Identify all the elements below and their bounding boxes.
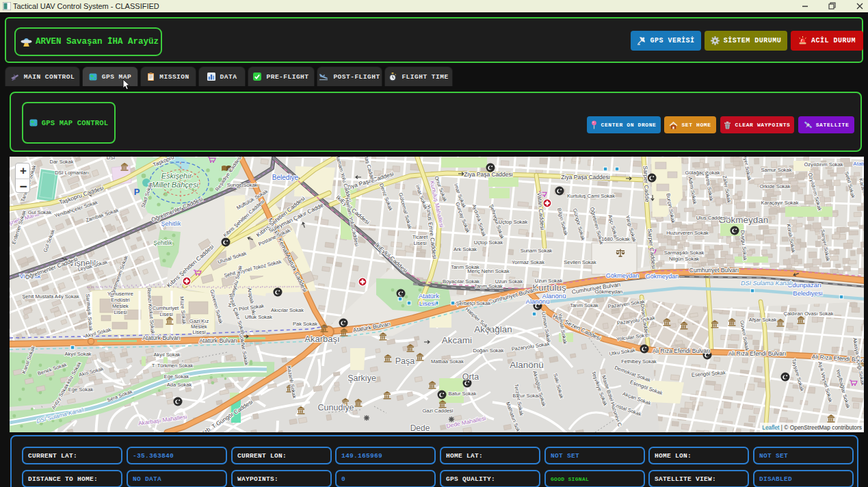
svg-text:Atatürk Bulvarı: Atatürk Bulvarı <box>199 337 237 344</box>
svg-text:Alanönü: Alanönü <box>526 298 550 305</box>
svg-text:Akçağlan: Akçağlan <box>474 324 512 334</box>
svg-text:Gülağaç Sokak: Gülağaç Sokak <box>685 170 720 176</box>
svg-text:Ticaret: Ticaret <box>412 234 429 240</box>
svg-text:Sunge Sokak: Sunge Sokak <box>227 182 258 188</box>
svg-text:Akıcılar Sokak: Akıcılar Sokak <box>271 307 304 313</box>
svg-text:Cumhuriyet: Cumhuriyet <box>153 305 179 311</box>
svg-text:P: P <box>134 187 140 197</box>
svg-text:Dar Sokak: Dar Sokak <box>49 159 73 165</box>
svg-text:Akarbaşı: Akarbaşı <box>304 334 339 344</box>
svg-text:Tarım Sokak: Tarım Sokak <box>451 264 479 270</box>
svg-text:Akyıl Sokak: Akyıl Sokak <box>153 352 180 358</box>
svg-text:Ziya Paşa Caddesi: Ziya Paşa Caddesi <box>464 171 512 178</box>
svg-text:Uzun Sokak: Uzun Sokak <box>535 278 563 284</box>
svg-text:Yunusemre: Yunusemre <box>107 291 133 297</box>
svg-text:Kurtuluş Cami Sokak: Kurtuluş Cami Sokak <box>567 193 615 199</box>
svg-text:Afşar Sokak: Afşar Sokak <box>749 317 777 323</box>
svg-text:Uçtop Sokak: Uçtop Sokak <box>499 219 528 225</box>
svg-text:Gökmeydan: Gökmeydan <box>646 273 679 280</box>
svg-text:Endüstri: Endüstri <box>111 297 130 303</box>
svg-text:Dede: Dede <box>410 423 430 432</box>
svg-text:DSİ Sulama Kanalı: DSİ Sulama Kanalı <box>741 280 793 287</box>
svg-text:Lisesi: Lisesi <box>419 300 436 307</box>
svg-text:Gul Sokak: Gul Sokak <box>28 209 52 215</box>
svg-text:Ufluk Sokak: Ufluk Sokak <box>245 314 272 320</box>
svg-text:Sunam Sokak: Sunam Sokak <box>521 248 553 254</box>
svg-text:Fethibey Sokak: Fethibey Sokak <box>621 358 657 365</box>
svg-text:Meslek: Meslek <box>112 303 129 309</box>
svg-text:Ark Sokak: Ark Sokak <box>453 246 477 252</box>
svg-text:Sarmaşıklı Sokak: Sarmaşıklı Sokak <box>664 250 705 256</box>
svg-text:Cunudiye: Cunudiye <box>318 403 354 412</box>
svg-text:Şarkiye: Şarkiye <box>347 373 376 383</box>
svg-text:Doğan Sokak: Doğan Sokak <box>473 347 503 354</box>
svg-text:Gökmeydan: Gökmeydan <box>606 272 640 279</box>
svg-text:DSİ: DSİ <box>107 157 116 161</box>
svg-text:Belediyesi: Belediyesi <box>793 289 822 297</box>
svg-text:Uçtop Sokak: Uçtop Sokak <box>474 239 503 246</box>
svg-text:Akyıl Sokak: Akyıl Sokak <box>64 351 91 357</box>
svg-text:Ali Rıza Efendi Bulvarı: Ali Rıza Efendi Bulvarı <box>653 347 711 354</box>
svg-text:Şehit Mustafa A4y Sokak: Şehit Mustafa A4y Sokak <box>22 293 79 300</box>
svg-text:Kurtuluş: Kurtuluş <box>532 282 566 293</box>
svg-text:Matbaa Sokak: Matbaa Sokak <box>431 358 464 365</box>
svg-text:Gökmeydan: Gökmeydan <box>595 289 622 295</box>
svg-text:1680. Sokak: 1680. Sokak <box>601 236 630 242</box>
svg-text:Eskişehir: Eskişehir <box>161 172 193 180</box>
svg-text:Özyıldırım Sokak: Özyıldırım Sokak <box>804 161 843 168</box>
svg-text:Paşa: Paşa <box>395 356 415 366</box>
svg-text:Huzurveren Sokak: Huzurveren Sokak <box>666 230 709 236</box>
svg-text:Ege Sokak: Ege Sokak <box>68 386 94 393</box>
svg-text:Gazi Caddesi: Gazi Caddesi <box>422 408 453 414</box>
svg-text:T. Türkmen Sokak: T. Türkmen Sokak <box>152 363 194 369</box>
svg-text:Atatürk Bulvarı: Atatürk Bulvarı <box>142 334 181 341</box>
svg-text:Ziya Paşa Caddesi: Ziya Paşa Caddesi <box>561 174 609 181</box>
svg-text:Lisesi: Lisesi <box>192 329 206 335</box>
svg-text:Sevilen Sokak: Sevilen Sokak <box>564 259 596 265</box>
svg-text:Şerbetçi Sokak: Şerbetçi Sokak <box>456 300 491 306</box>
svg-text:DSİ Lojmanları: DSİ Lojmanları <box>55 170 89 176</box>
svg-text:Şehitlik: Şehitlik <box>153 239 172 246</box>
svg-text:Cumhuriyet Bulvarı: Cumhuriyet Bulvarı <box>689 267 739 274</box>
svg-text:Uzun Sokak: Uzun Sokak <box>495 278 523 285</box>
svg-text:Batur Sokak: Batur Sokak <box>449 391 477 397</box>
svg-text:Ege Sokak: Ege Sokak <box>164 373 189 380</box>
svg-text:Lisesi: Lisesi <box>114 309 127 315</box>
svg-text:Nilgün Sokak: Nilgün Sokak <box>669 256 699 262</box>
svg-text:Orta: Orta <box>462 372 479 382</box>
svg-text:Alanönü: Alanönü <box>510 360 544 370</box>
svg-text:Ada Sokak: Ada Sokak <box>167 382 192 388</box>
svg-text:Orkide Sokak: Orkide Sokak <box>759 183 790 189</box>
svg-text:Pak Sokak: Pak Sokak <box>293 321 317 327</box>
svg-text:Samur Sokak: Samur Sokak <box>761 167 791 173</box>
svg-text:Belediye: Belediye <box>272 174 299 181</box>
svg-text:Akcami: Akcami <box>442 335 472 345</box>
svg-text:Lisesi: Lisesi <box>159 311 173 317</box>
svg-text:Yormaz Sokak: Yormaz Sokak <box>512 259 544 265</box>
svg-text:Atatürk: Atatürk <box>853 161 864 167</box>
svg-text:Ali Rıza Efendi Bulvarı: Ali Rıza Efendi Bulvarı <box>728 350 787 357</box>
svg-text:Karaçayır Sokak: Karaçayır Sokak <box>761 200 798 206</box>
svg-text:Lisesi: Lisesi <box>413 240 427 246</box>
svg-text:Millet Bahçesi: Millet Bahçesi <box>152 181 198 189</box>
svg-text:Atatürk: Atatürk <box>419 292 439 300</box>
svg-text:Tarım Sokak: Tarım Sokak <box>570 302 599 308</box>
svg-text:Ulus Caddesi: Ulus Caddesi <box>696 215 727 221</box>
svg-text:Çaldıran Ovası Sokak: Çaldıran Ovası Sokak <box>784 311 834 317</box>
svg-text:Şehitlik: Şehitlik <box>161 220 181 227</box>
